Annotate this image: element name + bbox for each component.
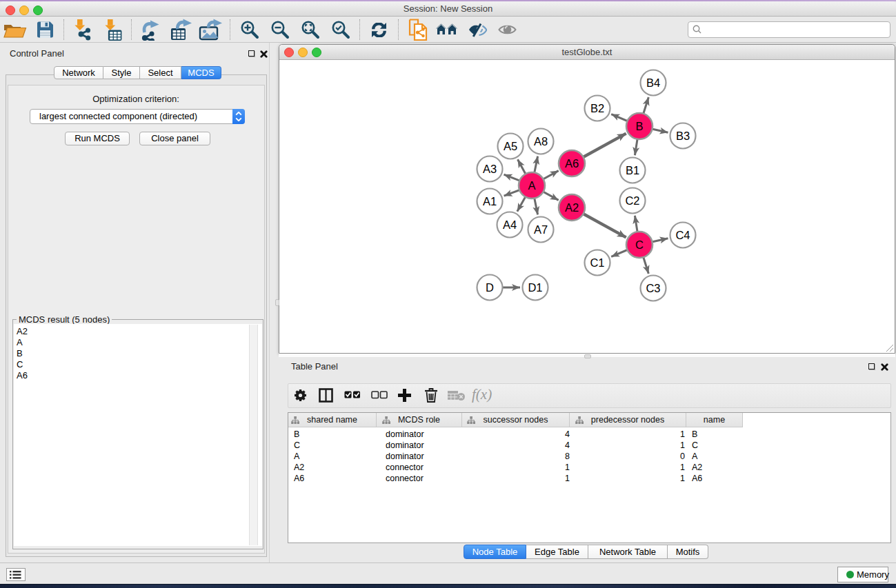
- svg-text:C4: C4: [675, 229, 690, 241]
- svg-text:A8: A8: [534, 135, 548, 148]
- svg-text:B3: B3: [676, 130, 690, 142]
- svg-text:B1: B1: [626, 164, 639, 176]
- svg-text:A4: A4: [503, 219, 517, 231]
- svg-text:A2: A2: [565, 201, 579, 214]
- svg-text:A: A: [528, 179, 535, 192]
- svg-text:B4: B4: [646, 77, 660, 89]
- svg-text:B2: B2: [590, 102, 604, 114]
- svg-text:B: B: [635, 120, 643, 132]
- svg-text:C2: C2: [625, 194, 639, 207]
- svg-text:A5: A5: [504, 140, 517, 152]
- svg-text:A6: A6: [565, 157, 579, 170]
- svg-text:A3: A3: [483, 163, 497, 175]
- svg-text:D: D: [486, 281, 494, 294]
- svg-text:A7: A7: [534, 223, 548, 236]
- svg-text:C1: C1: [590, 256, 604, 269]
- svg-text:C: C: [635, 239, 644, 251]
- svg-text:A1: A1: [483, 195, 497, 207]
- svg-text:C3: C3: [646, 282, 660, 294]
- svg-text:D1: D1: [528, 281, 542, 294]
